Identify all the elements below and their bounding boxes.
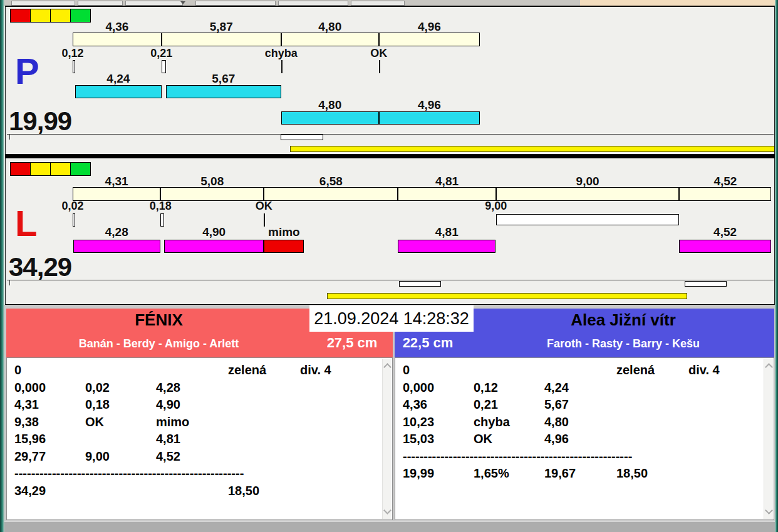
- scroll-down-icon[interactable]: [383, 506, 392, 514]
- table-cell: 1,65%: [474, 467, 509, 479]
- split-bar-segment: [73, 187, 160, 201]
- table-cell: 4,24: [544, 381, 569, 394]
- table-cell: 0,000: [403, 381, 434, 394]
- table-cell: 0,000: [14, 381, 46, 394]
- split-bar-segment: [379, 33, 480, 46]
- table-cell: 4,36: [403, 398, 427, 411]
- window-left-border: [0, 0, 4, 532]
- table-scrollbar[interactable]: [382, 359, 392, 519]
- status-light: [50, 162, 71, 176]
- split-time-label: 9,00: [496, 175, 680, 187]
- run-bar: [398, 240, 495, 253]
- run-time-label: 4,28: [73, 226, 160, 238]
- table-cell: 19,67: [544, 467, 576, 479]
- table-cell: 0: [14, 364, 21, 376]
- split-bar-segment: [281, 33, 379, 46]
- teams-section: FÉNIX Banán - Berdy - Amigo - Arlett 27,…: [4, 305, 775, 521]
- run-time-label: 4,52: [679, 226, 771, 238]
- run-time-label: 4,24: [75, 73, 162, 84]
- table-cell: 4,31: [14, 398, 39, 411]
- split-time-label: 5,87: [162, 21, 281, 33]
- run-time-label: 4,90: [164, 226, 264, 238]
- split-bar-segment: [73, 33, 162, 46]
- split-bar-segment: [162, 33, 281, 46]
- scroll-up-icon[interactable]: [383, 363, 392, 371]
- table-cell: 9,38: [14, 416, 39, 428]
- table-cell: 19,99: [403, 467, 434, 479]
- reaction-tick: [162, 60, 166, 73]
- status-lights: [11, 162, 91, 176]
- background-window-fragment: [351, 1, 405, 6]
- table-cell: 0,18: [85, 398, 110, 411]
- table-cell: div. 4: [300, 364, 331, 376]
- dropdown-arrow-icon: [180, 1, 185, 4]
- handover-tick: [281, 60, 283, 73]
- table-cell: 29,77: [14, 450, 46, 463]
- marker-label: OK: [341, 48, 417, 59]
- table-cell: 4,28: [156, 381, 180, 394]
- table-cell: 4,81: [156, 432, 180, 445]
- table-cell: 0,12: [474, 381, 498, 394]
- run-time-label: 4,96: [379, 99, 480, 111]
- table-cell: div. 4: [688, 364, 720, 376]
- marker-label: chyba: [244, 48, 319, 59]
- background-window-fragment: [125, 1, 183, 6]
- lane-total-time: 34,29: [9, 254, 71, 280]
- reaction-tick: [160, 213, 164, 227]
- scroll-down-icon[interactable]: [765, 506, 773, 514]
- table-dashes: ----------------------------------------…: [14, 467, 244, 479]
- split-time-label: 4,36: [73, 21, 162, 33]
- status-light: [50, 9, 71, 23]
- window-right-border: [775, 0, 778, 532]
- baseline-tick: [9, 135, 10, 140]
- scroll-up-icon[interactable]: [765, 363, 773, 371]
- marker-label: OK: [226, 200, 301, 212]
- lane-separator: [5, 154, 775, 158]
- table-cell: 10,23: [403, 416, 434, 428]
- marker-label: 0,18: [123, 200, 198, 212]
- handover-tick: [379, 60, 380, 73]
- reaction-tick: [73, 60, 75, 73]
- run-time-label: 5,67: [166, 73, 281, 84]
- progress-white-bar: [281, 135, 324, 140]
- team-name: Alea Jižní vítr: [474, 311, 773, 329]
- run-bar: [166, 85, 281, 98]
- split-time-label: 4,31: [73, 175, 160, 187]
- team-dog-names: Banán - Berdy - Amigo - Arlett: [6, 338, 311, 349]
- run-time-label: mimo: [264, 226, 304, 238]
- flyball-timing-screen: P 19,99 4,365,874,804,960,120,21chybaOK4…: [0, 0, 778, 532]
- team-panel-alea: Alea Jižní vítr Faroth - Rasty - Barry -…: [395, 309, 774, 520]
- marker-label: 0,21: [124, 48, 199, 59]
- table-cell: 18,50: [616, 467, 648, 479]
- penalty-bar: [496, 214, 680, 225]
- table-cell: 5,67: [544, 398, 569, 411]
- marker-label: 9,00: [459, 200, 534, 212]
- run-bar: [73, 240, 160, 253]
- split-bar-segment: [264, 187, 398, 201]
- table-cell: OK: [85, 416, 104, 428]
- baseline: [7, 280, 774, 280]
- table-scrollbar[interactable]: [764, 359, 773, 519]
- split-bar-segment: [398, 187, 495, 201]
- split-bar-segment: [496, 187, 680, 201]
- lane-panel-left: L 34,29 4,315,086,584,819,004,520,020,18…: [5, 158, 775, 305]
- team-dog-names: Faroth - Rasty - Barry - Kešu: [474, 338, 773, 349]
- lane-letter: L: [15, 205, 37, 242]
- team-jump-height: 22,5 cm: [397, 336, 459, 350]
- background-window-fragment: [11, 1, 75, 6]
- status-light: [10, 162, 31, 176]
- progress-white-bar: [399, 281, 441, 287]
- run-bar: [164, 240, 264, 253]
- lane-panel-right: P 19,99 4,365,874,804,960,120,21chybaOK4…: [5, 6, 775, 154]
- run-time-label: 4,80: [281, 99, 379, 111]
- split-bar-segment: [679, 187, 771, 201]
- progress-yellow-bar: [327, 293, 687, 299]
- split-time-label: 4,80: [281, 21, 379, 33]
- team-name: FÉNIX: [6, 311, 311, 329]
- team-jump-height: 27,5 cm: [311, 336, 393, 350]
- marker-label: 0,12: [35, 48, 110, 59]
- run-time-label: 4,81: [398, 226, 495, 238]
- datetime-display: 21.09.2024 14:28:32: [309, 305, 474, 332]
- progress-white-bar: [685, 281, 727, 287]
- split-time-label: 5,08: [160, 175, 264, 187]
